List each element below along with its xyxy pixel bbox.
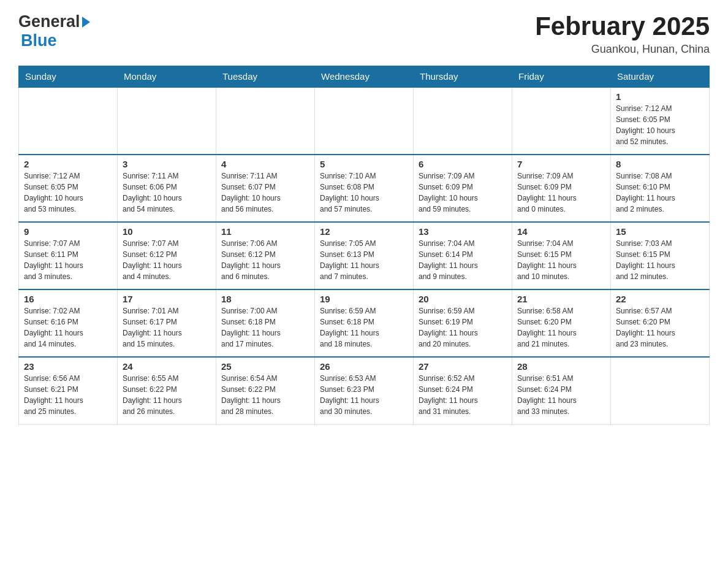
day-number: 14 xyxy=(517,226,605,237)
day-number: 4 xyxy=(221,159,309,169)
day-number: 7 xyxy=(517,159,605,169)
day-info: Sunrise: 6:56 AM Sunset: 6:21 PM Dayligh… xyxy=(24,373,112,417)
day-info: Sunrise: 7:09 AM Sunset: 6:09 PM Dayligh… xyxy=(419,170,507,215)
logo-general: General xyxy=(18,12,80,31)
calendar-subtitle: Guankou, Hunan, China xyxy=(535,43,710,56)
day-number: 23 xyxy=(24,361,112,372)
day-info: Sunrise: 6:52 AM Sunset: 6:24 PM Dayligh… xyxy=(419,373,507,417)
day-info: Sunrise: 6:59 AM Sunset: 6:18 PM Dayligh… xyxy=(320,305,408,350)
day-info: Sunrise: 7:08 AM Sunset: 6:10 PM Dayligh… xyxy=(616,170,704,215)
calendar-day: 17Sunrise: 7:01 AM Sunset: 6:17 PM Dayli… xyxy=(118,289,216,357)
calendar-day xyxy=(611,357,710,424)
day-header-friday: Friday xyxy=(512,66,611,88)
day-number: 12 xyxy=(320,226,408,237)
day-info: Sunrise: 6:58 AM Sunset: 6:20 PM Dayligh… xyxy=(517,305,605,350)
day-number: 13 xyxy=(419,226,507,237)
logo-blue: Blue xyxy=(21,31,90,50)
day-header-tuesday: Tuesday xyxy=(216,66,315,88)
day-info: Sunrise: 6:53 AM Sunset: 6:23 PM Dayligh… xyxy=(320,373,408,417)
calendar-day: 21Sunrise: 6:58 AM Sunset: 6:20 PM Dayli… xyxy=(512,289,611,357)
day-number: 15 xyxy=(616,226,704,237)
calendar-day: 10Sunrise: 7:07 AM Sunset: 6:12 PM Dayli… xyxy=(118,222,216,289)
calendar-day: 28Sunrise: 6:51 AM Sunset: 6:24 PM Dayli… xyxy=(512,357,611,424)
days-of-week-row: SundayMondayTuesdayWednesdayThursdayFrid… xyxy=(19,66,710,88)
day-info: Sunrise: 6:51 AM Sunset: 6:24 PM Dayligh… xyxy=(517,373,605,417)
day-info: Sunrise: 7:07 AM Sunset: 6:11 PM Dayligh… xyxy=(24,238,112,282)
calendar-day: 18Sunrise: 7:00 AM Sunset: 6:18 PM Dayli… xyxy=(216,289,315,357)
calendar-day: 27Sunrise: 6:52 AM Sunset: 6:24 PM Dayli… xyxy=(414,357,512,424)
day-number: 20 xyxy=(419,294,507,304)
calendar-day xyxy=(118,87,216,155)
calendar-day: 6Sunrise: 7:09 AM Sunset: 6:09 PM Daylig… xyxy=(414,155,512,222)
calendar-day: 13Sunrise: 7:04 AM Sunset: 6:14 PM Dayli… xyxy=(414,222,512,289)
calendar-day: 26Sunrise: 6:53 AM Sunset: 6:23 PM Dayli… xyxy=(315,357,414,424)
calendar-day: 24Sunrise: 6:55 AM Sunset: 6:22 PM Dayli… xyxy=(118,357,216,424)
calendar-day xyxy=(19,87,118,155)
calendar-day: 11Sunrise: 7:06 AM Sunset: 6:12 PM Dayli… xyxy=(216,222,315,289)
day-info: Sunrise: 7:09 AM Sunset: 6:09 PM Dayligh… xyxy=(517,170,605,215)
calendar-day: 19Sunrise: 6:59 AM Sunset: 6:18 PM Dayli… xyxy=(315,289,414,357)
calendar-day: 9Sunrise: 7:07 AM Sunset: 6:11 PM Daylig… xyxy=(19,222,118,289)
calendar-day: 7Sunrise: 7:09 AM Sunset: 6:09 PM Daylig… xyxy=(512,155,611,222)
calendar-day xyxy=(512,87,611,155)
calendar-table: SundayMondayTuesdayWednesdayThursdayFrid… xyxy=(18,66,710,425)
day-number: 24 xyxy=(123,361,211,372)
day-number: 25 xyxy=(221,361,309,372)
day-info: Sunrise: 6:54 AM Sunset: 6:22 PM Dayligh… xyxy=(221,373,309,417)
calendar-day: 20Sunrise: 6:59 AM Sunset: 6:19 PM Dayli… xyxy=(414,289,512,357)
day-info: Sunrise: 7:11 AM Sunset: 6:06 PM Dayligh… xyxy=(123,170,211,215)
logo: General Blue xyxy=(18,12,90,50)
calendar-day: 25Sunrise: 6:54 AM Sunset: 6:22 PM Dayli… xyxy=(216,357,315,424)
day-number: 3 xyxy=(123,159,211,169)
day-info: Sunrise: 7:12 AM Sunset: 6:05 PM Dayligh… xyxy=(616,103,704,147)
day-info: Sunrise: 7:00 AM Sunset: 6:18 PM Dayligh… xyxy=(221,305,309,350)
day-number: 22 xyxy=(616,294,704,304)
calendar-day: 16Sunrise: 7:02 AM Sunset: 6:16 PM Dayli… xyxy=(19,289,118,357)
calendar-day: 2Sunrise: 7:12 AM Sunset: 6:05 PM Daylig… xyxy=(19,155,118,222)
calendar-week-3: 9Sunrise: 7:07 AM Sunset: 6:11 PM Daylig… xyxy=(19,222,710,289)
day-header-thursday: Thursday xyxy=(414,66,512,88)
day-info: Sunrise: 7:02 AM Sunset: 6:16 PM Dayligh… xyxy=(24,305,112,350)
calendar-day: 1Sunrise: 7:12 AM Sunset: 6:05 PM Daylig… xyxy=(611,87,710,155)
logo-text: General Blue xyxy=(18,12,90,50)
calendar-day xyxy=(216,87,315,155)
calendar-week-5: 23Sunrise: 6:56 AM Sunset: 6:21 PM Dayli… xyxy=(19,357,710,424)
day-info: Sunrise: 6:55 AM Sunset: 6:22 PM Dayligh… xyxy=(123,373,211,417)
day-number: 9 xyxy=(24,226,112,237)
calendar-day xyxy=(414,87,512,155)
calendar-week-4: 16Sunrise: 7:02 AM Sunset: 6:16 PM Dayli… xyxy=(19,289,710,357)
day-header-saturday: Saturday xyxy=(611,66,710,88)
day-number: 18 xyxy=(221,294,309,304)
day-header-sunday: Sunday xyxy=(19,66,118,88)
day-number: 1 xyxy=(616,91,704,102)
day-info: Sunrise: 7:01 AM Sunset: 6:17 PM Dayligh… xyxy=(123,305,211,350)
day-number: 28 xyxy=(517,361,605,372)
calendar-title: February 2025 xyxy=(535,12,710,40)
page-header: General Blue February 2025 Guankou, Huna… xyxy=(18,12,710,56)
calendar-day: 4Sunrise: 7:11 AM Sunset: 6:07 PM Daylig… xyxy=(216,155,315,222)
calendar-day xyxy=(315,87,414,155)
calendar-day: 3Sunrise: 7:11 AM Sunset: 6:06 PM Daylig… xyxy=(118,155,216,222)
title-block: February 2025 Guankou, Hunan, China xyxy=(535,12,710,56)
calendar-day: 12Sunrise: 7:05 AM Sunset: 6:13 PM Dayli… xyxy=(315,222,414,289)
day-info: Sunrise: 7:04 AM Sunset: 6:14 PM Dayligh… xyxy=(419,238,507,282)
day-info: Sunrise: 7:03 AM Sunset: 6:15 PM Dayligh… xyxy=(616,238,704,282)
calendar-body: 1Sunrise: 7:12 AM Sunset: 6:05 PM Daylig… xyxy=(19,87,710,424)
day-number: 16 xyxy=(24,294,112,304)
day-number: 21 xyxy=(517,294,605,304)
day-number: 6 xyxy=(419,159,507,169)
calendar-day: 15Sunrise: 7:03 AM Sunset: 6:15 PM Dayli… xyxy=(611,222,710,289)
calendar-week-1: 1Sunrise: 7:12 AM Sunset: 6:05 PM Daylig… xyxy=(19,87,710,155)
day-number: 19 xyxy=(320,294,408,304)
day-number: 27 xyxy=(419,361,507,372)
day-info: Sunrise: 7:05 AM Sunset: 6:13 PM Dayligh… xyxy=(320,238,408,282)
calendar-day: 14Sunrise: 7:04 AM Sunset: 6:15 PM Dayli… xyxy=(512,222,611,289)
calendar-header: SundayMondayTuesdayWednesdayThursdayFrid… xyxy=(19,66,710,88)
calendar-day: 23Sunrise: 6:56 AM Sunset: 6:21 PM Dayli… xyxy=(19,357,118,424)
day-info: Sunrise: 7:07 AM Sunset: 6:12 PM Dayligh… xyxy=(123,238,211,282)
day-number: 17 xyxy=(123,294,211,304)
day-number: 8 xyxy=(616,159,704,169)
day-info: Sunrise: 6:57 AM Sunset: 6:20 PM Dayligh… xyxy=(616,305,704,350)
day-info: Sunrise: 7:10 AM Sunset: 6:08 PM Dayligh… xyxy=(320,170,408,215)
calendar-day: 8Sunrise: 7:08 AM Sunset: 6:10 PM Daylig… xyxy=(611,155,710,222)
